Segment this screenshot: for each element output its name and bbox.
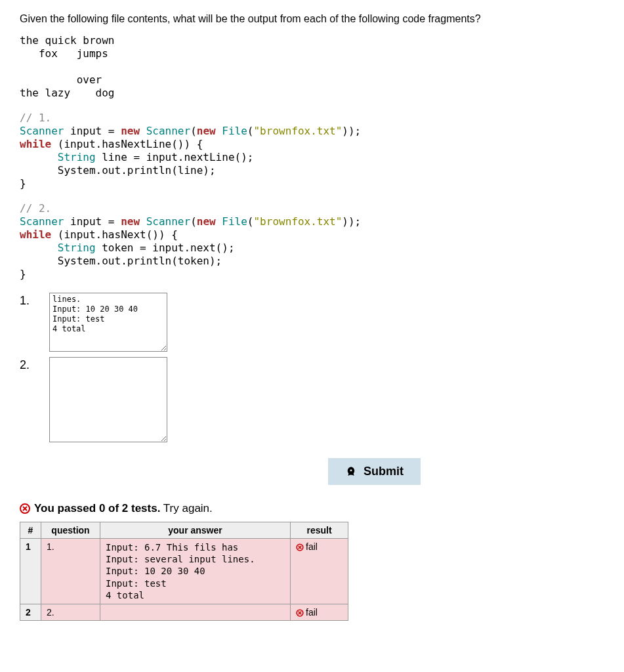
row-result: fail (291, 539, 348, 604)
code-token: while (20, 138, 51, 150)
code-fragment-1: // 1. Scanner input = new Scanner(new Fi… (20, 112, 604, 190)
fail-icon (296, 609, 304, 617)
result-text: fail (306, 607, 318, 618)
code-token: while (20, 228, 51, 241)
code-token: )); (342, 125, 361, 137)
answer-input-2[interactable] (49, 357, 167, 442)
code-token: String (58, 242, 96, 254)
code-token: Scanner (20, 215, 64, 228)
code-token: Scanner (146, 215, 190, 228)
code-token: System.out.println(token); (20, 255, 222, 267)
submit-label: Submit (364, 465, 404, 478)
answer-row-2: 2. (20, 357, 604, 442)
results-table: # question your answer result 1 1. Input… (20, 522, 348, 621)
row-question: 1. (41, 539, 100, 604)
table-row: 1 1. Input: 6.7 This fils has Input: sev… (20, 539, 348, 604)
code-token: new (121, 215, 140, 228)
code-comment: // 1. (20, 112, 51, 124)
row-result: fail (291, 604, 348, 620)
results-header: You passed 0 of 2 tests. Try again. (20, 502, 604, 515)
table-row: 2 2. fail (20, 604, 348, 620)
answer-label-2: 2. (20, 357, 49, 372)
code-token (140, 125, 146, 137)
code-comment: // 2. (20, 202, 51, 215)
col-result: result (291, 522, 348, 539)
answer-label-1: 1. (20, 293, 49, 308)
code-token: Scanner (20, 125, 64, 137)
submit-button[interactable]: Submit (328, 458, 421, 485)
code-token: System.out.println(line); (20, 164, 216, 177)
result-text: fail (306, 541, 318, 552)
col-num: # (20, 522, 41, 539)
code-token: File (222, 215, 247, 228)
code-token: (input.hasNext()) { (51, 228, 178, 241)
code-token: "brownfox.txt" (253, 125, 342, 137)
submit-wrap: Submit (20, 458, 604, 485)
fail-icon (296, 543, 304, 551)
question-prompt: Given the following file contents, what … (20, 13, 604, 25)
code-token: line = input.nextLine(); (96, 151, 254, 163)
code-token (140, 215, 146, 228)
code-token: File (222, 125, 247, 137)
answers-section: 1. 2. (20, 293, 604, 442)
code-fragment-2: // 2. Scanner input = new Scanner(new Fi… (20, 202, 604, 281)
code-token: input = (64, 215, 121, 228)
code-token: } (20, 268, 26, 280)
code-token: ( (190, 125, 197, 137)
code-token: } (20, 177, 26, 190)
code-token: (input.hasNextLine()) { (51, 138, 203, 150)
code-token: )); (342, 215, 361, 228)
row-num: 2 (20, 604, 41, 620)
rocket-icon (345, 466, 357, 478)
col-answer: your answer (100, 522, 291, 539)
fail-icon (20, 503, 30, 514)
code-token: String (58, 151, 96, 163)
code-token: Scanner (146, 125, 190, 137)
col-question: question (41, 522, 100, 539)
results-header-rest: Try again. (160, 502, 212, 514)
row-answer: Input: 6.7 This fils has Input: several … (100, 539, 291, 604)
code-token: new (197, 215, 216, 228)
code-token: new (121, 125, 140, 137)
row-answer (100, 604, 291, 620)
code-token: ( (190, 215, 197, 228)
row-question: 2. (41, 604, 100, 620)
row-num: 1 (20, 539, 41, 604)
code-token: new (197, 125, 216, 137)
code-token (20, 151, 58, 163)
code-token: token = input.next(); (96, 242, 235, 254)
code-token: "brownfox.txt" (253, 215, 342, 228)
code-token (20, 242, 58, 254)
answer-row-1: 1. (20, 293, 604, 352)
code-token: input = (64, 125, 121, 137)
results-header-bold: You passed 0 of 2 tests. (34, 502, 160, 514)
code-token (216, 215, 222, 228)
code-token (216, 125, 222, 137)
file-contents: the quick brown fox jumps over the lazy … (20, 34, 604, 100)
answer-input-1[interactable] (49, 293, 167, 352)
